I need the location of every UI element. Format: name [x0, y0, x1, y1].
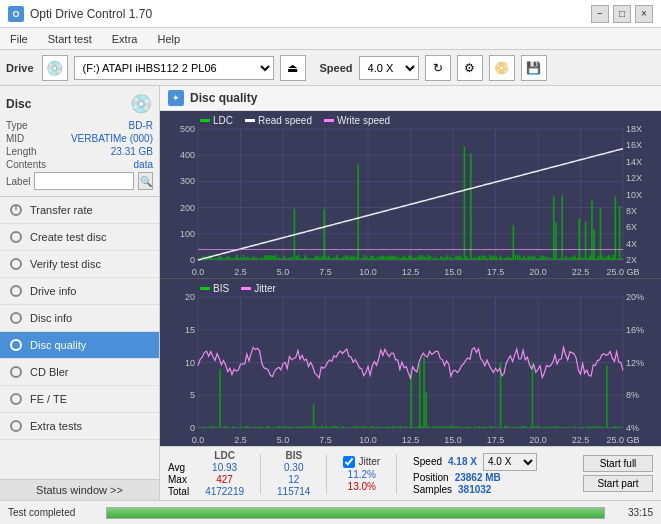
- title-bar-controls: − □ ×: [591, 5, 653, 23]
- disc-type-value: BD-R: [129, 120, 153, 131]
- start-part-button[interactable]: Start part: [583, 475, 653, 492]
- read-speed-legend-label: Read speed: [258, 115, 312, 126]
- fe-te-icon: [8, 391, 24, 407]
- svg-point-5: [11, 313, 21, 323]
- stats-ldc-col: LDC 10.93 427 4172219: [205, 450, 244, 497]
- menu-file[interactable]: File: [6, 32, 32, 46]
- disc-image-icon: 💿: [129, 92, 153, 116]
- disc-length-label: Length: [6, 146, 37, 157]
- jitter-checkbox[interactable]: [343, 456, 355, 468]
- sidebar-item-drive-info[interactable]: Drive info: [0, 278, 159, 305]
- stats-bis-avg: 0.30: [277, 462, 310, 473]
- status-text: Test completed: [8, 507, 98, 518]
- speed-label: Speed: [320, 62, 353, 74]
- chart-bottom-legend: BIS Jitter: [200, 283, 276, 294]
- disc-length-value: 23.31 GB: [111, 146, 153, 157]
- legend-bis: BIS: [200, 283, 229, 294]
- svg-point-8: [11, 394, 21, 404]
- eject-button[interactable]: ⏏: [280, 55, 306, 81]
- stats-row-header: —: [168, 450, 189, 461]
- sidebar-item-create-test-disc[interactable]: Create test disc: [0, 224, 159, 251]
- stats-bis-total: 115714: [277, 486, 310, 497]
- sidebar-item-transfer-rate[interactable]: Transfer rate: [0, 197, 159, 224]
- disc-label-label: Label: [6, 176, 30, 187]
- speed-select[interactable]: 4.0 X: [359, 56, 419, 80]
- disc-label-input[interactable]: [34, 172, 134, 190]
- sidebar-item-label-extra-tests: Extra tests: [30, 420, 82, 432]
- stats-divider-1: [260, 454, 261, 494]
- legend-read-speed: Read speed: [245, 115, 312, 126]
- ldc-legend-color: [200, 119, 210, 122]
- sidebar-item-extra-tests[interactable]: Extra tests: [0, 413, 159, 440]
- write-speed-legend-color: [324, 119, 334, 122]
- disc-info-panel: Disc 💿 Type BD-R MID VERBATIMe (000) Len…: [0, 86, 159, 197]
- stats-bis-col: BIS 0.30 12 115714: [277, 450, 310, 497]
- stats-ldc-avg: 10.93: [205, 462, 244, 473]
- status-time: 33:15: [613, 507, 653, 518]
- sidebar-item-disc-quality[interactable]: Disc quality: [0, 332, 159, 359]
- legend-ldc: LDC: [200, 115, 233, 126]
- sidebar-item-disc-info[interactable]: Disc info: [0, 305, 159, 332]
- disc-type-label: Type: [6, 120, 28, 131]
- drive-icon-button[interactable]: 💿: [42, 55, 68, 81]
- sidebar-item-label-cd-bler: CD Bler: [30, 366, 69, 378]
- stats-bis-max: 12: [277, 474, 310, 485]
- cd-bler-icon: [8, 364, 24, 380]
- sidebar-item-label-create-test-disc: Create test disc: [30, 231, 106, 243]
- stats-ldc-header: LDC: [205, 450, 244, 461]
- stats-divider-3: [396, 454, 397, 494]
- stats-max-label: Max: [168, 474, 189, 485]
- stats-ldc-total: 4172219: [205, 486, 244, 497]
- status-window-label: Status window >>: [36, 484, 123, 496]
- bis-legend-color: [200, 287, 210, 290]
- speed-info-select[interactable]: 4.0 X: [483, 453, 537, 471]
- disc-contents-value: data: [134, 159, 153, 170]
- action-buttons: Start full Start part: [583, 455, 653, 492]
- sidebar-item-label-disc-info: Disc info: [30, 312, 72, 324]
- disc-button[interactable]: 📀: [489, 55, 515, 81]
- jitter-checkbox-label: Jitter: [358, 456, 380, 467]
- sidebar-item-label-fe-te: FE / TE: [30, 393, 67, 405]
- disc-label-icon-button[interactable]: 🔍: [138, 172, 153, 190]
- title-bar-left: O Opti Drive Control 1.70: [8, 6, 152, 22]
- save-button[interactable]: 💾: [521, 55, 547, 81]
- stats-jitter-max: 13.0%: [343, 481, 380, 492]
- progress-bar-fill: [107, 508, 604, 518]
- position-value: 23862 MB: [455, 472, 501, 483]
- drive-label: Drive: [6, 62, 34, 74]
- sidebar-item-label-drive-info: Drive info: [30, 285, 76, 297]
- svg-point-3: [11, 259, 21, 269]
- svg-point-4: [11, 286, 21, 296]
- settings-button[interactable]: ⚙: [457, 55, 483, 81]
- svg-point-6: [11, 340, 21, 350]
- extra-tests-icon: [8, 418, 24, 434]
- menu-help[interactable]: Help: [153, 32, 184, 46]
- close-button[interactable]: ×: [635, 5, 653, 23]
- minimize-button[interactable]: −: [591, 5, 609, 23]
- drive-select[interactable]: (F:) ATAPI iHBS112 2 PL06: [74, 56, 274, 80]
- bis-legend-label: BIS: [213, 283, 229, 294]
- sidebar-nav: Transfer rate Create test disc Verify te…: [0, 197, 159, 479]
- status-window-button[interactable]: Status window >>: [0, 479, 159, 500]
- sidebar-item-fe-te[interactable]: FE / TE: [0, 386, 159, 413]
- menu-extra[interactable]: Extra: [108, 32, 142, 46]
- maximize-button[interactable]: □: [613, 5, 631, 23]
- sidebar-item-cd-bler[interactable]: CD Bler: [0, 359, 159, 386]
- start-full-button[interactable]: Start full: [583, 455, 653, 472]
- disc-length-row: Length 23.31 GB: [6, 146, 153, 157]
- transfer-rate-icon: [8, 202, 24, 218]
- progress-bar: [106, 507, 605, 519]
- disc-contents-row: Contents data: [6, 159, 153, 170]
- refresh-button[interactable]: ↻: [425, 55, 451, 81]
- sidebar-item-label-disc-quality: Disc quality: [30, 339, 86, 351]
- top-chart-canvas: [160, 111, 661, 278]
- disc-quality-icon: [8, 337, 24, 353]
- speed-info-value: 4.18 X: [448, 456, 477, 467]
- chart-top-legend: LDC Read speed Write speed: [200, 115, 390, 126]
- menu-bar: File Start test Extra Help: [0, 28, 661, 50]
- sidebar-item-verify-test-disc[interactable]: Verify test disc: [0, 251, 159, 278]
- stats-avg-label: Avg: [168, 462, 189, 473]
- status-bar: Test completed 33:15: [0, 500, 661, 524]
- menu-start-test[interactable]: Start test: [44, 32, 96, 46]
- sidebar: Disc 💿 Type BD-R MID VERBATIMe (000) Len…: [0, 86, 160, 500]
